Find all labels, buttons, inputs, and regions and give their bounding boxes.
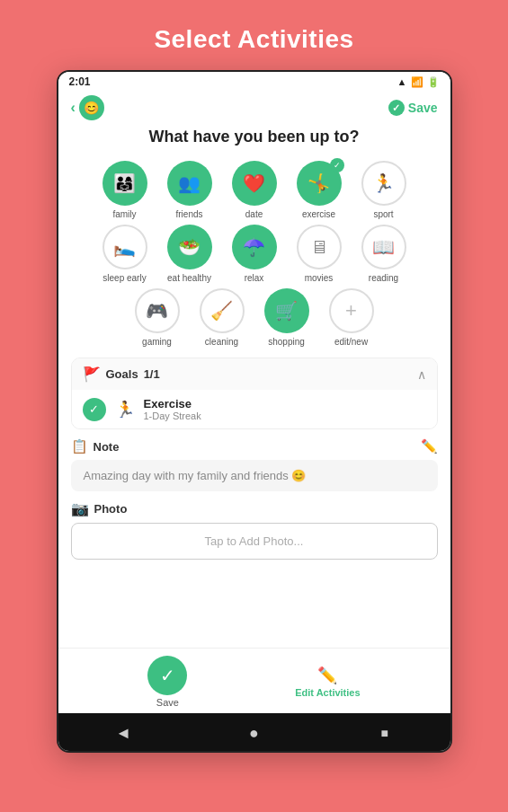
note-section: 📋 Note ✏️ Amazing day with my family and…: [71, 438, 438, 491]
activity-shopping-circle: 🛒: [264, 288, 309, 333]
activity-movies-circle: 🖥: [297, 225, 342, 269]
bottom-action-bar: ✓ Save ✏️ Edit Activities: [58, 648, 450, 713]
activity-relax-label: relax: [245, 273, 264, 283]
activity-eat-label: eat healthy: [167, 273, 211, 283]
nav-bar: ◄ ● ■: [58, 713, 450, 751]
status-time: 2:01: [69, 75, 91, 88]
note-header-left: 📋 Note: [71, 438, 120, 455]
activity-gaming[interactable]: 🎮 gaming: [129, 288, 185, 347]
activity-relax-circle: ☂️: [232, 225, 277, 269]
page-title: Select Activities: [154, 25, 353, 54]
activity-relax[interactable]: ☂️ relax: [227, 225, 282, 283]
bottom-save-button[interactable]: ✓ Save: [147, 656, 187, 708]
activity-sport[interactable]: 🏃 sport: [356, 161, 412, 219]
question-title: What have you been up to?: [71, 128, 438, 146]
save-button[interactable]: ✓ Save: [388, 100, 438, 116]
activity-reading[interactable]: 📖 reading: [356, 225, 412, 283]
status-icons: ▲ 📶 🔋: [397, 76, 440, 88]
bottom-save-label: Save: [156, 697, 179, 708]
activity-cleaning-circle: 🧹: [200, 288, 245, 333]
bottom-save-icon: ✓: [147, 656, 187, 695]
device-frame: 2:01 ▲ 📶 🔋 ‹ 😊 ✓ Save What have you been…: [57, 70, 452, 753]
activity-eat-healthy[interactable]: 🥗 eat healthy: [162, 225, 218, 283]
activity-exercise-circle: 🤸: [297, 161, 342, 206]
back-chevron-icon[interactable]: ‹: [71, 100, 76, 116]
activity-cleaning-label: cleaning: [205, 337, 238, 347]
activities-grid: 👨‍👩‍👧 family 👥 friends ❤️ date 🤸 exercis…: [71, 161, 438, 347]
activity-exercise-label: exercise: [302, 209, 335, 219]
activity-sleep-circle: 🛌: [102, 225, 147, 269]
goals-section: 🚩 Goals 1/1 ∧ ✓ 🏃 Exercise 1-Day Streak: [71, 357, 438, 429]
signal-icon: 📶: [411, 76, 423, 88]
goal-info: Exercise 1-Day Streak: [144, 397, 426, 421]
goals-header-left: 🚩 Goals 1/1: [83, 366, 160, 383]
activity-sport-circle: 🏃: [361, 161, 406, 206]
activity-family-circle: 👨‍👩‍👧: [102, 161, 147, 206]
photo-icon: 📷: [71, 500, 89, 517]
activity-cleaning[interactable]: 🧹 cleaning: [194, 288, 250, 347]
photo-header: 📷 Photo: [71, 500, 438, 517]
edit-activities-icon: ✏️: [317, 666, 337, 685]
activity-shopping-label: shopping: [268, 337, 305, 347]
note-header: 📋 Note ✏️: [71, 438, 438, 455]
add-photo-button[interactable]: Tap to Add Photo...: [71, 523, 438, 560]
goal-item: ✓ 🏃 Exercise 1-Day Streak: [72, 390, 437, 428]
activity-movies-label: movies: [305, 273, 334, 283]
photo-label: Photo: [94, 502, 128, 516]
goal-figure-icon: 🏃: [115, 400, 135, 419]
goals-header[interactable]: 🚩 Goals 1/1 ∧: [72, 358, 437, 390]
activity-movies[interactable]: 🖥 movies: [291, 225, 347, 283]
activity-gaming-label: gaming: [142, 337, 172, 347]
battery-icon: 🔋: [427, 76, 440, 88]
save-label: Save: [408, 101, 438, 115]
activity-eat-circle: 🥗: [167, 225, 212, 269]
activity-edit-circle: +: [329, 288, 374, 333]
activity-friends-circle: 👥: [167, 161, 212, 206]
note-content[interactable]: Amazing day with my family and friends 😊: [71, 460, 438, 491]
nav-back-button[interactable]: ◄: [105, 720, 141, 746]
goal-name: Exercise: [144, 397, 426, 410]
activity-sleep-label: sleep early: [102, 273, 146, 283]
edit-activities-label: Edit Activities: [295, 687, 360, 698]
activity-edit-new[interactable]: + edit/new: [324, 288, 379, 347]
activity-shopping[interactable]: 🛒 shopping: [259, 288, 315, 347]
note-label: Note: [94, 440, 120, 454]
activity-row-2: 🛌 sleep early 🥗 eat healthy ☂️ relax 🖥 m…: [71, 225, 438, 283]
activity-reading-label: reading: [369, 273, 398, 283]
avatar: 😊: [79, 95, 104, 120]
goal-check-icon: ✓: [83, 398, 106, 421]
activity-edit-label: edit/new: [334, 337, 368, 347]
activity-exercise[interactable]: 🤸 exercise: [291, 161, 347, 219]
activity-friends-label: friends: [175, 209, 202, 219]
back-area[interactable]: ‹ 😊: [71, 95, 104, 120]
app-header: ‹ 😊 ✓ Save: [58, 90, 450, 124]
status-bar: 2:01 ▲ 📶 🔋: [58, 72, 450, 90]
note-icon: 📋: [71, 438, 88, 455]
activity-gaming-circle: 🎮: [135, 288, 180, 333]
activity-sport-label: sport: [373, 209, 393, 219]
activity-reading-circle: 📖: [361, 225, 406, 269]
activity-row-1: 👨‍👩‍👧 family 👥 friends ❤️ date 🤸 exercis…: [71, 161, 438, 219]
goals-label: Goals: [106, 367, 138, 381]
bottom-edit-activities-button[interactable]: ✏️ Edit Activities: [295, 666, 360, 698]
note-edit-icon[interactable]: ✏️: [421, 438, 438, 455]
goals-chevron-icon[interactable]: ∧: [417, 367, 426, 382]
activity-row-3: 🎮 gaming 🧹 cleaning 🛒 shopping + edit/ne…: [71, 288, 438, 347]
goals-icon: 🚩: [83, 366, 101, 383]
activity-friends[interactable]: 👥 friends: [162, 161, 218, 219]
photo-section: 📷 Photo Tap to Add Photo...: [71, 500, 438, 560]
activity-date[interactable]: ❤️ date: [227, 161, 282, 219]
activity-sleep-early[interactable]: 🛌 sleep early: [97, 225, 153, 283]
activity-family[interactable]: 👨‍👩‍👧 family: [97, 161, 153, 219]
wifi-icon: ▲: [397, 76, 407, 87]
nav-recents-button[interactable]: ■: [367, 720, 403, 746]
activity-date-circle: ❤️: [232, 161, 277, 206]
goals-count: 1/1: [144, 367, 160, 381]
scroll-content: What have you been up to? 👨‍👩‍👧 family 👥…: [58, 124, 450, 648]
goal-streak: 1-Day Streak: [144, 410, 426, 421]
save-check-icon: ✓: [388, 100, 405, 116]
nav-home-button[interactable]: ●: [236, 720, 272, 746]
activity-family-label: family: [112, 209, 136, 219]
activity-date-label: date: [245, 209, 263, 219]
